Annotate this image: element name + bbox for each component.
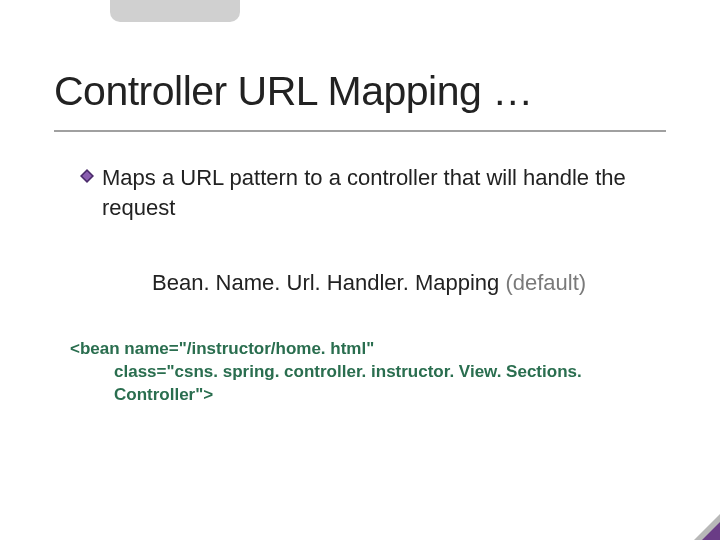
header-tab-decoration [110, 0, 240, 22]
code-line-1: <bean name="/instructor/home. html" [70, 338, 670, 361]
code-snippet: <bean name="/instructor/home. html" clas… [70, 338, 670, 407]
handler-mapping-label: Bean. Name. Url. Handler. Mapping (defau… [152, 270, 586, 296]
slide-title: Controller URL Mapping … [54, 68, 533, 115]
bullet-text: Maps a URL pattern to a controller that … [102, 163, 640, 222]
corner-triangle-inner [702, 522, 720, 540]
title-underline [54, 130, 666, 132]
handler-mapping-name: Bean. Name. Url. Handler. Mapping [152, 270, 499, 295]
diamond-bullet-icon [80, 169, 94, 187]
bullet-item: Maps a URL pattern to a controller that … [80, 163, 640, 222]
code-line-2: class="csns. spring. controller. instruc… [70, 361, 670, 407]
handler-mapping-default: (default) [499, 270, 586, 295]
